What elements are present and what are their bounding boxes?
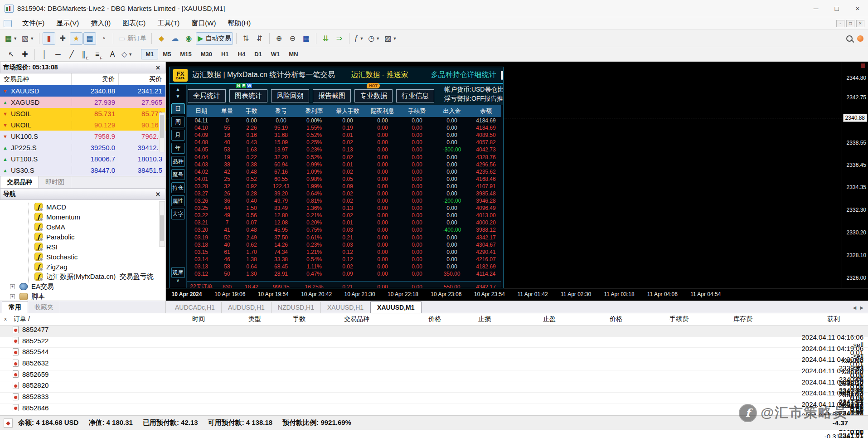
market-watch-scrollbar[interactable] xyxy=(159,112,165,152)
side-scroll-down-icon[interactable]: ▼ xyxy=(176,94,180,101)
order-row-8852477[interactable]: 88524772024.04.11 04:16:06sell0.01xauusd… xyxy=(0,326,868,337)
time-axis[interactable]: 10 Apr 202410 Apr 19:0610 Apr 19:5410 Ap… xyxy=(166,288,868,301)
stats-nav-行业信息[interactable]: 行业信息 xyxy=(396,89,434,102)
indicators-button[interactable]: ƒ▼ xyxy=(353,32,366,45)
zoom-in-button[interactable]: ⊕ xyxy=(273,32,286,45)
chart-tab-xauusdh1[interactable]: XAUUSD,H1 xyxy=(321,302,370,313)
orders-col-4[interactable]: 交易品种 xyxy=(310,315,374,323)
market-watch-close-icon[interactable]: ✕ xyxy=(154,64,162,71)
menu-item-h[interactable]: 帮助(H) xyxy=(222,18,257,29)
new-chart-button[interactable]: ▦▼ xyxy=(3,32,19,45)
navigator-item-zigzag[interactable]: ƒZigZag xyxy=(0,262,165,272)
equidistant-channel-button[interactable]: ∥E xyxy=(79,48,92,61)
order-row-8852659[interactable]: 88526592024.04.11 04:30:10sell0.01xauusd… xyxy=(0,370,868,382)
broadcast-button[interactable]: ◉ xyxy=(182,32,195,45)
terminal-close-icon[interactable]: x xyxy=(2,316,9,322)
menu-item-c[interactable]: 图表(C) xyxy=(116,18,151,29)
timeframe-d1[interactable]: D1 xyxy=(250,49,267,59)
market-watch-row-xagusd[interactable]: ▲XAGUSD27.93927.965 xyxy=(0,97,165,108)
order-row-8852544[interactable]: 88525442024.04.11 04:20:08sell0.01xauusd… xyxy=(0,348,868,359)
navigator-group-script[interactable]: +脚本 xyxy=(0,292,165,302)
navigator-item-osma[interactable]: ƒOsMA xyxy=(0,222,165,232)
metaeditor-button[interactable]: ◆ xyxy=(155,32,168,45)
side-more-icon[interactable]: ∨ xyxy=(176,278,179,285)
orders-col-3[interactable]: 手数 xyxy=(266,315,310,323)
order-row-8852820[interactable]: 88528202024.04.11 04:51:03sell0.01xauusd… xyxy=(0,381,868,393)
col-bid[interactable]: 卖价 xyxy=(72,73,119,85)
cursor-button[interactable]: ↖ xyxy=(5,48,18,61)
chart-tab-xauusdm1[interactable]: XAUUSD,M1 xyxy=(370,302,421,313)
timeframe-m1[interactable]: M1 xyxy=(141,49,158,59)
child-minimize-button[interactable]: - xyxy=(836,20,844,27)
chart-tab-audcadch1[interactable]: AUDCADc,H1 xyxy=(169,302,222,313)
col-symbol[interactable]: 交易品种 xyxy=(0,73,72,85)
market-watch-tab-tick-chart[interactable]: 即时图 xyxy=(39,176,71,188)
stats-side-tab-持仓[interactable]: 持仓 xyxy=(171,182,185,193)
order-row-8852833[interactable]: 88528332024.04.11 04:52:17sell0.01xauusd… xyxy=(0,393,868,404)
vertical-line-button[interactable]: │ xyxy=(38,48,51,61)
stats-side-tab-魔号[interactable]: 魔号 xyxy=(171,169,185,180)
side-scroll-up-icon[interactable]: ▲ xyxy=(176,87,180,94)
stats-nav-报告截图[interactable]: 报告截图 xyxy=(313,89,351,102)
stats-promo-link[interactable]: 迈汇数据 - 推送家 xyxy=(351,70,408,80)
navigator-item-parabolic[interactable]: ƒParabolic xyxy=(0,232,165,242)
navigator-item-myfxdatacn[interactable]: ƒ迈汇数据(MyfxData.cn)_交易盈亏统 xyxy=(0,272,165,282)
minimize-button[interactable]: ─ xyxy=(805,0,826,17)
tabs-scroll-right-icon[interactable]: ▶ xyxy=(860,305,863,310)
stats-side-tab-观摩[interactable]: 观摩 xyxy=(171,267,185,278)
orders-col-11[interactable]: 获利 xyxy=(757,315,868,323)
col-ask[interactable]: 买价 xyxy=(119,73,166,85)
orders-col-9[interactable]: 手续费 xyxy=(627,315,693,323)
chart-shift-button[interactable]: ⇒ xyxy=(333,32,346,45)
maximize-button[interactable]: □ xyxy=(826,0,847,17)
child-close-button[interactable]: × xyxy=(856,20,864,27)
menu-item-f[interactable]: 文件(F) xyxy=(16,18,50,29)
tile-vertical-button[interactable]: ⇅ xyxy=(240,32,252,45)
stats-resize-button[interactable]: ∠ xyxy=(501,71,504,80)
child-window-icon[interactable] xyxy=(4,20,12,27)
navigator-tab-favorites[interactable]: 收藏夹 xyxy=(28,302,60,313)
stats-nav-风险回朔[interactable]: 风险回朔 xyxy=(271,89,309,102)
price-axis[interactable]: 2344.802342.752338.552336.452334.352332.… xyxy=(842,62,868,288)
strategy-tester-button[interactable]: ◔ xyxy=(97,32,110,45)
tile-windows-button[interactable]: ▦ xyxy=(300,32,313,45)
auto-scroll-button[interactable]: ⇊ xyxy=(320,32,332,45)
profiles-button[interactable]: ▧▼ xyxy=(20,32,36,45)
order-row-8852846[interactable]: 88528462024.04.11 04:53:53sell0.01xauusd… xyxy=(0,404,868,415)
horizontal-line-button[interactable]: ─ xyxy=(52,48,64,61)
templates-button[interactable]: ▨▼ xyxy=(383,32,398,45)
market-watch-row-usoil[interactable]: ▼USOIL85.73185.773 xyxy=(0,108,165,119)
stats-nav-全局统计[interactable]: 全局统计 xyxy=(188,89,226,102)
timeframe-mn[interactable]: MN xyxy=(284,49,302,59)
stats-nav-专业数据[interactable]: 专业数据HOT xyxy=(354,89,393,102)
orders-col-1[interactable]: 时间 xyxy=(95,315,209,323)
stats-side-tab-月[interactable]: 月 xyxy=(171,130,185,141)
market-watch-button[interactable]: ▮ xyxy=(43,32,55,45)
orders-col-8[interactable]: 价格 xyxy=(560,315,627,323)
fibonacci-button[interactable]: ≡F xyxy=(92,48,105,61)
stats-side-tab-品种[interactable]: 品种 xyxy=(171,156,185,167)
close-button[interactable]: × xyxy=(847,0,868,17)
order-row-8852632[interactable]: 88526322024.04.11 04:28:00sell0.01xauusd… xyxy=(0,359,868,370)
orders-col-2[interactable]: 类型 xyxy=(209,315,266,323)
trendline-button[interactable]: ╱ xyxy=(65,48,78,61)
market-watch-row-ukoil[interactable]: ▼UKOIL90.12990.166 xyxy=(0,119,165,131)
navigator-tab-common[interactable]: 常用 xyxy=(2,301,28,313)
market-watch-row-xauusd[interactable]: ▼XAUUSD2340.882341.21 xyxy=(0,85,165,97)
tile-horizontal-button[interactable]: ⇵ xyxy=(253,32,266,45)
orders-col-6[interactable]: 止损 xyxy=(446,315,495,323)
stats-side-tab-年[interactable]: 年 xyxy=(171,143,185,154)
tabs-scroll-left-icon[interactable]: ◀ xyxy=(853,305,857,310)
text-button[interactable]: A xyxy=(106,48,119,61)
market-watch-tab-symbols[interactable]: 交易品种 xyxy=(0,176,39,188)
menu-item-v[interactable]: 显示(V) xyxy=(50,18,85,29)
orders-col-0[interactable]: 订单 / xyxy=(0,315,95,323)
terminal-button[interactable]: ▤ xyxy=(83,32,96,45)
autotrading-button[interactable]: ▶自动交易 xyxy=(196,32,233,45)
navigator-item-stochastic[interactable]: ƒStochastic xyxy=(0,252,165,262)
chart-tab-audusdh1[interactable]: AUDUSD,H1 xyxy=(222,302,272,313)
navigator-item-momentum[interactable]: ƒMomentum xyxy=(0,212,165,222)
navigator-item-rsi[interactable]: ƒRSI xyxy=(0,242,165,252)
navigator-item-macd[interactable]: ƒMACD xyxy=(0,202,165,212)
stats-side-tab-属性[interactable]: 属性 xyxy=(171,195,185,206)
